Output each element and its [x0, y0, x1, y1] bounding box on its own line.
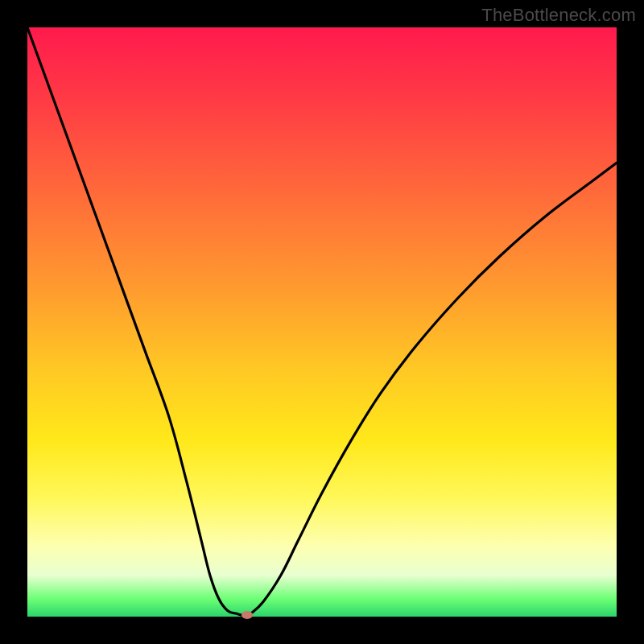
bottleneck-curve — [27, 27, 617, 615]
watermark-text: TheBottleneck.com — [481, 5, 636, 26]
curve-svg — [27, 27, 617, 617]
plot-area — [27, 27, 617, 617]
min-point-marker — [242, 611, 253, 619]
chart-frame: TheBottleneck.com — [0, 0, 644, 644]
